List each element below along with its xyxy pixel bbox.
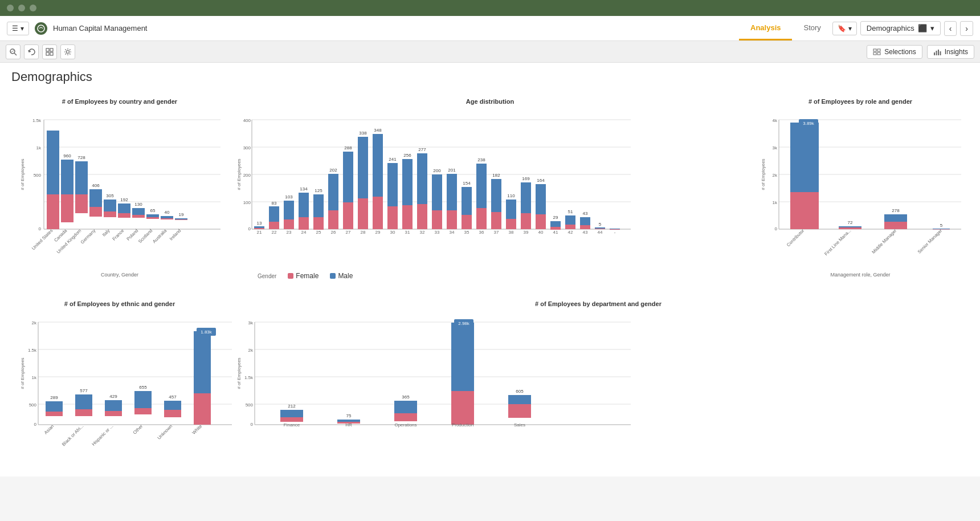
gender-legend-label: Gender — [258, 273, 276, 279]
svg-rect-238 — [194, 331, 211, 393]
svg-rect-190 — [790, 192, 819, 229]
svg-rect-268 — [451, 391, 474, 425]
svg-text:5: 5 — [940, 223, 943, 228]
svg-rect-48 — [146, 217, 159, 219]
svg-text:241: 241 — [389, 157, 397, 162]
content: Demographics # of Employees by country a… — [0, 63, 980, 477]
svg-text:406: 406 — [92, 183, 100, 188]
svg-rect-135 — [462, 215, 472, 229]
svg-text:Other: Other — [132, 424, 144, 435]
svg-text:0: 0 — [251, 422, 254, 427]
svg-rect-263 — [337, 420, 360, 422]
page-title: Demographics — [11, 70, 969, 84]
svg-text:500: 500 — [34, 173, 42, 178]
nav-left: ☰ ▾ Human Capital Management — [7, 22, 739, 35]
svg-text:28: 28 — [361, 230, 366, 235]
svg-rect-9 — [873, 49, 876, 51]
svg-rect-30 — [61, 194, 74, 222]
tab-analysis[interactable]: Analysis — [739, 17, 792, 40]
svg-rect-84 — [269, 206, 279, 222]
titlebar-circle-2 — [18, 5, 25, 11]
svg-text:100: 100 — [243, 200, 251, 205]
male-legend-dot — [330, 273, 336, 279]
svg-text:577: 577 — [80, 388, 88, 393]
selections-button[interactable]: Selections — [867, 45, 922, 59]
prev-button[interactable]: ‹ — [944, 21, 957, 36]
svg-text:65: 65 — [150, 208, 156, 213]
svg-text:1.83k: 1.83k — [201, 329, 213, 335]
insights-label: Insights — [945, 48, 968, 56]
svg-text:Scotland: Scotland — [137, 228, 153, 244]
grid-button[interactable] — [42, 44, 57, 59]
svg-rect-234 — [164, 410, 181, 417]
svg-text:Senior Manager: Senior Manager — [917, 228, 944, 255]
hamburger-icon: ☰ — [12, 25, 18, 32]
svg-rect-87 — [284, 219, 294, 229]
svg-rect-99 — [328, 210, 338, 229]
svg-text:500: 500 — [246, 402, 254, 408]
svg-text:Ireland: Ireland — [169, 228, 182, 242]
svg-rect-119 — [402, 205, 413, 229]
svg-rect-202 — [933, 229, 950, 229]
demographics-button[interactable]: Demographics ⬛ ▾ — [860, 21, 941, 35]
svg-text:Italy: Italy — [101, 228, 111, 238]
hamburger-button[interactable]: ☰ ▾ — [7, 22, 29, 35]
svg-text:19: 19 — [179, 212, 184, 217]
svg-rect-52 — [161, 216, 173, 218]
svg-rect-88 — [284, 201, 294, 219]
svg-rect-34 — [75, 161, 88, 194]
selections-label: Selections — [884, 48, 916, 56]
svg-rect-92 — [299, 193, 309, 217]
insights-button[interactable]: Insights — [927, 45, 974, 59]
svg-rect-13 — [934, 52, 935, 55]
svg-rect-108 — [358, 137, 368, 198]
chart-country-gender-svg: 1.5k 1k 500 0 # of Employees 960 — [18, 108, 223, 268]
svg-text:Asian: Asian — [43, 424, 55, 435]
svg-text:2k: 2k — [248, 348, 254, 353]
undo-button[interactable] — [24, 44, 39, 59]
svg-text:400: 400 — [243, 118, 251, 123]
svg-rect-176 — [610, 229, 620, 229]
svg-rect-10 — [877, 49, 880, 51]
svg-text:35: 35 — [464, 230, 469, 235]
svg-rect-36 — [89, 207, 102, 217]
svg-rect-95 — [313, 217, 324, 230]
tab-story[interactable]: Story — [792, 17, 832, 40]
svg-text:# of Employees: # of Employees — [761, 158, 766, 190]
search-button[interactable] — [6, 44, 21, 59]
svg-rect-128 — [432, 174, 442, 210]
svg-text:728: 728 — [77, 155, 85, 160]
svg-text:72: 72 — [848, 220, 853, 225]
svg-text:182: 182 — [492, 173, 500, 178]
svg-rect-11 — [873, 52, 876, 55]
svg-rect-39 — [104, 211, 116, 217]
svg-text:212: 212 — [288, 404, 296, 409]
svg-rect-42 — [118, 213, 130, 218]
svg-rect-127 — [432, 210, 442, 229]
svg-text:130: 130 — [134, 202, 142, 207]
svg-text:Australia: Australia — [152, 228, 168, 245]
svg-rect-272 — [508, 404, 531, 418]
settings-button[interactable] — [60, 44, 75, 59]
chart-ethnic-gender: # of Employees by ethnic and gender 2k 1… — [11, 296, 228, 465]
svg-text:Black or Afri...: Black or Afri... — [61, 424, 84, 447]
svg-rect-237 — [194, 393, 211, 425]
svg-rect-139 — [476, 208, 487, 229]
svg-text:1k: 1k — [773, 200, 778, 205]
svg-rect-152 — [521, 182, 531, 213]
svg-text:0: 0 — [775, 226, 778, 231]
chart-dept-title: # of Employees by department and gender — [235, 300, 962, 307]
bookmark-button[interactable]: 🔖 ▾ — [832, 22, 857, 35]
svg-text:605: 605 — [516, 389, 524, 394]
svg-rect-232 — [134, 391, 152, 408]
svg-text:43: 43 — [583, 230, 588, 235]
svg-rect-40 — [104, 200, 116, 211]
svg-rect-266 — [394, 401, 417, 413]
svg-rect-51 — [161, 218, 173, 219]
svg-rect-231 — [134, 408, 152, 414]
next-button[interactable]: › — [960, 21, 973, 36]
svg-text:278: 278 — [892, 208, 900, 213]
svg-text:110: 110 — [507, 193, 515, 198]
svg-text:1.5k: 1.5k — [28, 348, 37, 353]
svg-rect-148 — [506, 200, 516, 219]
